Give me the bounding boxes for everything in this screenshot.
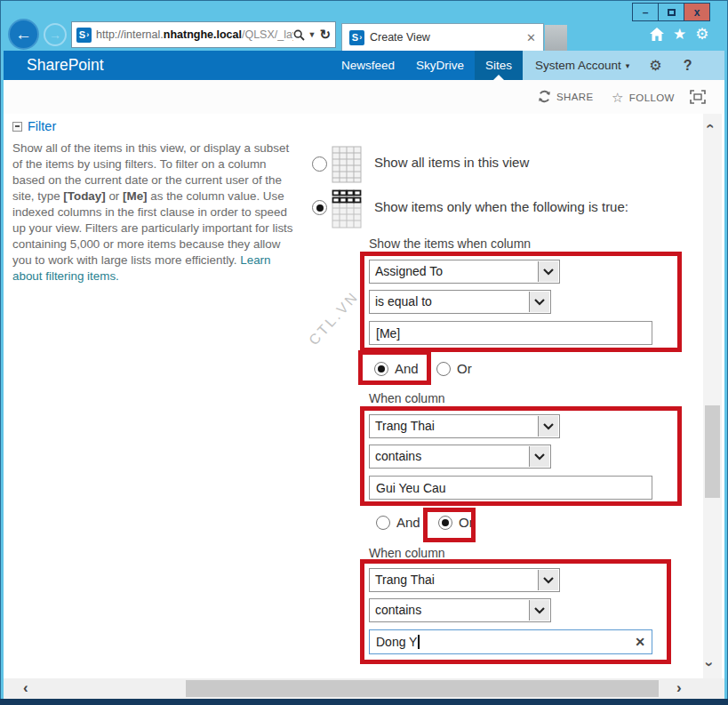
nav-newsfeed[interactable]: Newsfeed — [331, 51, 405, 80]
filter-section-title[interactable]: Filter — [28, 119, 56, 133]
help-button[interactable]: ? — [684, 58, 692, 74]
minimize-button[interactable]: – — [632, 3, 659, 21]
horizontal-scroll-thumb[interactable] — [186, 680, 659, 697]
scroll-right-icon[interactable]: › — [676, 679, 682, 697]
clear-input-icon[interactable]: ✕ — [635, 635, 645, 649]
url-prefix: http://internal. — [96, 28, 164, 41]
conj2-and-radio[interactable] — [376, 516, 390, 530]
forward-button[interactable]: → — [44, 23, 67, 46]
account-bar: System Account ▾ ⚙ ? — [523, 51, 724, 80]
clause3-heading: When column — [369, 546, 445, 560]
tab-favicon: S› — [349, 30, 364, 45]
follow-star-icon: ☆ — [612, 90, 624, 106]
tab-title: Create View — [370, 31, 526, 44]
close-button[interactable]: x — [684, 3, 710, 21]
clause2-heading: When column — [369, 391, 445, 405]
scroll-up-icon[interactable]: › — [700, 124, 718, 129]
clause3-column-value: Trang Thai — [370, 569, 537, 591]
clause2-column-value: Trang Thai — [370, 415, 537, 437]
home-icon[interactable] — [650, 28, 664, 41]
filter-section-header[interactable]: Filter — [12, 119, 56, 133]
url-domain: nhatnghe.local — [164, 28, 242, 41]
clause2-operator-value: contains — [370, 445, 528, 468]
address-bar[interactable]: S› http://internal.nhatnghe.local/QLSX/_… — [71, 21, 336, 48]
clause1-column-select[interactable]: Assigned To — [369, 260, 560, 284]
focus-mode-icon — [690, 90, 706, 104]
chevron-down-icon[interactable] — [529, 292, 549, 312]
maximize-icon — [668, 9, 676, 16]
window-controls: – x — [633, 3, 710, 21]
browser-tab[interactable]: S› Create View ✕ — [341, 23, 544, 51]
page-action-row: SHARE ☆ FOLLOW — [4, 80, 724, 114]
me-token: [Me] — [123, 189, 148, 203]
clause3-operator-select[interactable]: contains — [369, 598, 551, 622]
maximize-button[interactable] — [658, 3, 684, 21]
conj2-or-label: Or — [459, 515, 474, 530]
clause2-column-select[interactable]: Trang Thai — [369, 414, 560, 438]
clause3-operator-value: contains — [370, 599, 528, 621]
tab-close-icon[interactable]: ✕ — [526, 31, 536, 44]
clause1-operator-value: is equal to — [370, 291, 528, 313]
conj1-or-radio[interactable] — [436, 362, 451, 376]
focus-mode-button[interactable] — [690, 90, 706, 104]
clause1-value-text: [Me] — [376, 326, 400, 340]
refresh-icon[interactable]: ↻ — [319, 27, 331, 43]
clause2-operator-select[interactable]: contains — [369, 445, 551, 469]
conj2-or-radio[interactable] — [438, 516, 452, 530]
share-button[interactable]: SHARE — [538, 90, 594, 103]
search-dropdown-icon[interactable]: ▼ — [308, 30, 316, 39]
clause3-column-select[interactable]: Trang Thai — [369, 568, 560, 592]
chevron-down-icon[interactable] — [529, 600, 549, 621]
collapse-section-icon[interactable] — [12, 122, 22, 132]
share-label: SHARE — [556, 92, 594, 102]
chevron-down-icon[interactable] — [538, 570, 558, 590]
url-path: /QLSX/_layouts/" — [242, 28, 293, 41]
favorites-star-icon[interactable]: ★ — [673, 25, 686, 44]
window-bottom-border — [0, 699, 728, 705]
vertical-scrollbar[interactable]: › › — [703, 114, 722, 678]
vertical-scroll-thumb[interactable] — [705, 405, 720, 498]
today-token: [Today] — [63, 189, 105, 203]
conj1-and-label: And — [395, 361, 419, 376]
url-text[interactable]: http://internal.nhatnghe.local/QLSX/_lay… — [96, 28, 293, 41]
back-arrow-icon: ← — [15, 25, 32, 44]
nav-skydrive[interactable]: SkyDrive — [405, 51, 475, 80]
show-all-items-radio[interactable] — [312, 156, 327, 172]
conj1-or-label: Or — [457, 361, 472, 376]
all-items-table-icon — [332, 146, 362, 183]
clause1-operator-select[interactable]: is equal to — [369, 290, 551, 314]
sharepoint-site-icon: S› — [76, 28, 92, 43]
share-sync-icon — [538, 90, 551, 103]
clause3-value-input[interactable]: Dong Y ✕ — [369, 629, 652, 654]
browser-window: – x ← → S› http://internal.nhatnghe.loca… — [0, 0, 728, 705]
site-gear-icon[interactable]: ⚙ — [649, 57, 661, 74]
search-icon[interactable] — [293, 29, 305, 41]
back-button[interactable]: ← — [8, 19, 39, 50]
chevron-down-icon[interactable] — [538, 261, 558, 282]
scroll-down-icon[interactable]: › — [700, 661, 718, 667]
account-menu[interactable]: System Account — [535, 59, 621, 72]
conj2-and-label: And — [396, 515, 420, 530]
sharepoint-suite-bar: SharePoint Newsfeed SkyDrive Sites — [4, 51, 523, 80]
scroll-left-icon[interactable]: ‹ — [23, 679, 28, 697]
description-sep: or — [106, 189, 123, 203]
clause2-value-text: Gui Yeu Cau — [376, 481, 446, 495]
horizontal-scrollbar[interactable]: ‹ › — [4, 678, 724, 699]
sharepoint-brand[interactable]: SharePoint — [27, 51, 104, 80]
chevron-down-icon[interactable] — [529, 446, 549, 467]
nav-sites[interactable]: Sites — [475, 51, 523, 80]
clause3-value-text: Dong Y — [376, 635, 417, 649]
settings-gear-icon[interactable]: ⚙ — [695, 25, 708, 44]
show-items-when-radio[interactable] — [312, 200, 327, 215]
chevron-down-icon[interactable] — [538, 416, 558, 437]
clause1-value-input[interactable]: [Me] — [369, 321, 652, 345]
clause2-value-input[interactable]: Gui Yeu Cau — [369, 476, 652, 500]
conj1-and-radio[interactable] — [374, 362, 388, 376]
follow-label: FOLLOW — [629, 92, 675, 103]
filter-description: Show all of the items in this view, or d… — [12, 140, 293, 284]
account-caret-icon[interactable]: ▾ — [626, 61, 630, 70]
forward-arrow-icon: → — [49, 28, 61, 42]
new-tab-button[interactable] — [545, 25, 567, 51]
follow-button[interactable]: ☆ FOLLOW — [612, 90, 675, 106]
text-cursor — [418, 635, 420, 649]
